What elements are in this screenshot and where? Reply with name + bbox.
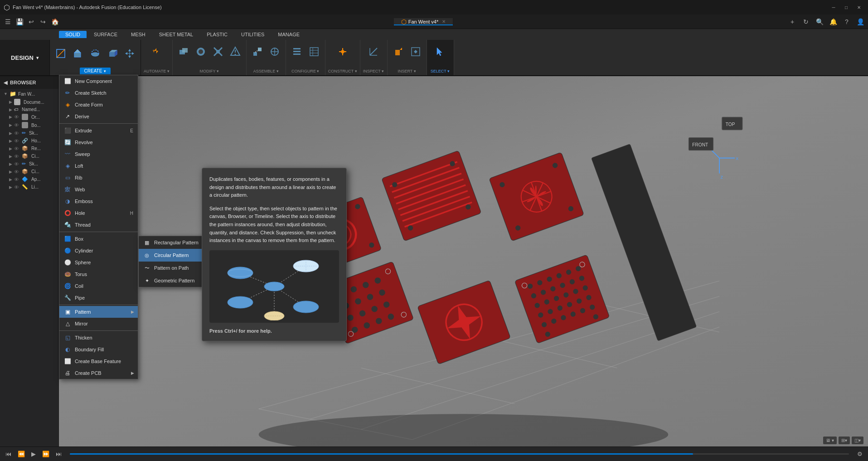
notification-button[interactable]: 🔔 [828,17,838,27]
revolve-ribbon-btn[interactable] [87,44,103,63]
browser-item-named[interactable]: ▶ 🏷 Named... [0,106,58,113]
menu-create-base-feature[interactable]: ⬜ Create Base Feature [59,355,138,367]
tab-manage[interactable]: MANAGE [272,31,306,38]
item-label: Sk... [29,161,38,166]
menu-pipe[interactable]: 🔧 Pipe [59,292,138,304]
box-ribbon-btn[interactable] [104,44,121,63]
play-start-btn[interactable]: ⏮ [3,450,14,458]
help-button[interactable]: ? [842,17,852,27]
tab-utilities[interactable]: UTILITIES [235,31,271,38]
design-button[interactable]: DESIGN ▾ [0,40,50,75]
add-tab-button[interactable]: + [787,17,797,27]
tab-close-icon[interactable]: ✕ [442,19,446,24]
browser-item-bo[interactable]: ▶ 👁 Bo... [0,121,58,129]
extrude-ribbon-btn[interactable] [70,44,86,63]
menu-pattern[interactable]: ▣ Pattern [59,306,138,318]
menu-derive[interactable]: ↗ Derive [59,111,138,122]
view-visual-btn[interactable]: ◫▾ [852,437,863,444]
play-prev-btn[interactable]: ⏪ [15,450,28,458]
play-next-btn[interactable]: ⏩ [39,450,52,458]
browser-item-li[interactable]: ▶ 👁 📏 Li... [0,183,58,191]
browser-item-ap[interactable]: ▶ 👁 🔷 Ap... [0,175,58,183]
browser-item-or[interactable]: ▶ 👁 Or... [0,113,58,121]
menu-create-pcb[interactable]: 🖨 Create PCB [59,367,138,379]
menu-new-component[interactable]: ⬜ New Component [59,75,138,87]
tab-plastic[interactable]: PLASTIC [200,31,234,38]
assemble-btn2[interactable] [267,42,283,62]
save-button[interactable]: 💾 [15,17,24,27]
browser-item-document[interactable]: ▶ ⚙ Docume... [0,98,58,106]
account-button[interactable]: 👤 [855,17,865,27]
browser-item-sk1[interactable]: ▶ 👁 ✏ Sk... [0,129,58,137]
modify-group: MODIFY ▾ [173,40,247,75]
tab-mesh[interactable]: MESH [125,31,152,38]
menu-coil[interactable]: 🌀 Coil [59,280,138,292]
tab-solid[interactable]: SOLID [59,31,87,38]
browser-item-ho[interactable]: ▶ 👁 🔗 Ho... [0,137,58,145]
menu-item-label: New Component [75,78,112,84]
settings-btn[interactable]: ⚙ [854,450,865,458]
menu-rib[interactable]: ▭ Rib [59,172,138,184]
maximize-button[interactable]: □ [841,3,852,11]
modify-btn1[interactable] [175,42,192,62]
menu-create-form[interactable]: ◈ Create Form [59,99,138,111]
menu-sweep[interactable]: 〰 Sweep [59,148,138,160]
titlebar: ⬡ Fan Went v4* (Makerbrains) - Autodesk … [0,0,868,15]
select-btn[interactable] [432,42,448,62]
menu-thread[interactable]: 🔩 Thread [59,219,138,231]
modify-btn4[interactable] [227,42,243,62]
menu-thicken[interactable]: ◱ Thicken [59,332,138,344]
tab-surface[interactable]: SURFACE [87,31,124,38]
create-group-header[interactable]: CREATE ▾ [80,68,111,74]
move-ribbon-btn[interactable] [121,44,138,63]
undo-button[interactable]: ↩ [26,17,36,27]
menu-torus[interactable]: 🍩 Torus [59,268,138,280]
timeline-scrubber[interactable] [70,453,849,455]
play-btn[interactable]: ▶ [29,450,39,458]
search-button[interactable]: 🔍 [815,17,824,27]
menu-item-label: Mirror [75,321,88,326]
menu-cylinder[interactable]: 🔵 Cylinder [59,245,138,257]
view-grid-btn[interactable]: ⊞▾ [839,437,850,444]
modify-btn3[interactable] [210,42,226,62]
menu-hole[interactable]: ⭕ Hole H [59,207,138,219]
browser-item-ci2[interactable]: ▶ 👁 📦 Ci... [0,168,58,175]
menu-web[interactable]: 🕸 Web [59,184,138,195]
menu-boundary-fill[interactable]: ◐ Boundary Fill [59,344,138,355]
menu-sphere[interactable]: ⚪ Sphere [59,257,138,268]
tab-sheet-metal[interactable]: SHEET METAL [153,31,199,38]
svg-rect-16 [253,52,257,56]
minimize-button[interactable]: ─ [828,3,839,11]
view-display-btn[interactable]: 🖥▾ [823,437,837,444]
browser-item-ci1[interactable]: ▶ 👁 📦 Ci... [0,152,58,160]
configure-btn1[interactable] [289,42,305,62]
modify-btn2[interactable] [193,42,209,62]
menu-box[interactable]: 🟦 Box [59,233,138,245]
inspect-btn[interactable] [365,42,382,62]
browser-item-re[interactable]: ▶ 👁 📦 Re... [0,145,58,152]
menu-create-sketch[interactable]: ✏ Create Sketch [59,87,138,99]
create-sketch-ribbon-btn[interactable] [53,44,69,63]
menu-mirror[interactable]: △ Mirror [59,318,138,330]
submenu-item-label: Circular Pattern [154,252,189,258]
menu-revolve[interactable]: 🔄 Revolve [59,136,138,148]
automate-btn[interactable] [148,42,165,62]
browser-header[interactable]: ◀ BROWSER [0,76,58,89]
assemble-btn1[interactable] [249,42,266,62]
menu-extrude[interactable]: ⬛ Extrude E [59,125,138,136]
play-end-btn[interactable]: ⏭ [53,450,64,458]
configure-btn2[interactable] [306,42,322,62]
close-button[interactable]: ✕ [853,3,864,11]
tab-fan-went[interactable]: ⬡ Fan Went v4* ✕ [394,18,453,25]
menu-loft[interactable]: ◈ Loft [59,160,138,172]
redo-button[interactable]: ↪ [38,17,48,27]
insert-btn1[interactable] [390,42,407,62]
browser-root-item[interactable]: ▼ 📁 Fan W... [0,90,58,98]
refresh-button[interactable]: ↻ [801,17,811,27]
insert-btn2[interactable] [407,42,424,62]
menu-emboss[interactable]: ◑ Emboss [59,195,138,207]
menu-button[interactable]: ☰ [3,17,13,27]
home-button[interactable]: 🏠 [50,17,60,27]
browser-item-sk2[interactable]: ▶ 👁 ✏ Sk... [0,160,58,168]
construct-btn[interactable] [335,42,351,62]
